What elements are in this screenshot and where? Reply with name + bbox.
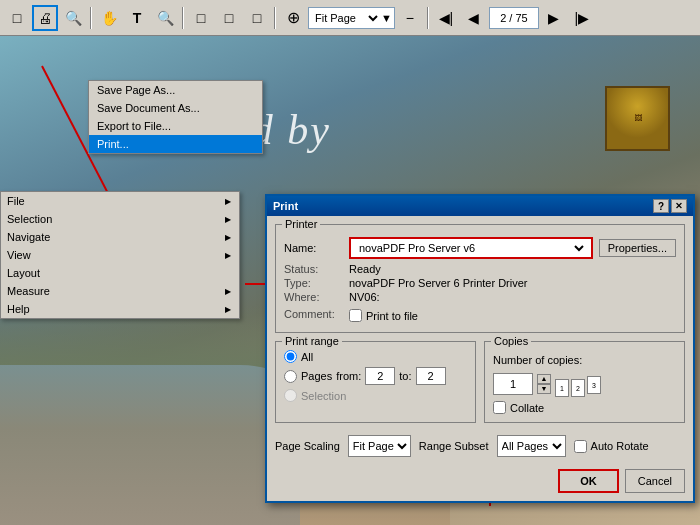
- cancel-button[interactable]: Cancel: [625, 469, 685, 493]
- from-label: from:: [336, 370, 361, 382]
- arrow-icon: ▶: [225, 233, 231, 242]
- arrow-icon: ▶: [225, 251, 231, 260]
- type-row: Type: novaPDF Pro Server 6 Printer Drive…: [284, 277, 676, 289]
- menu-item-navigate[interactable]: Navigate ▶: [1, 228, 239, 246]
- where-value: NV06:: [349, 291, 380, 303]
- status-row: Status: Ready: [284, 263, 676, 275]
- page-icon-2: 2: [571, 379, 585, 397]
- thumbnail-content: 🖼: [607, 88, 668, 149]
- printer-select[interactable]: novaPDF Pro Server v6: [355, 241, 587, 255]
- submenu-save-doc[interactable]: Save Document As...: [89, 99, 262, 117]
- to-input[interactable]: [416, 367, 446, 385]
- copies-group: Copies Number of copies: ▲ ▼ 1 2 3: [484, 341, 685, 423]
- printer-name-row: Name: novaPDF Pro Server v6 Properties..…: [284, 237, 676, 259]
- menu-item-file[interactable]: File ▶: [1, 192, 239, 210]
- dialog-titlebar: Print ? ✕: [267, 196, 693, 216]
- print-to-file-label: Print to file: [366, 310, 418, 322]
- selection-radio-row: Selection: [284, 389, 467, 402]
- all-label: All: [301, 351, 313, 363]
- next-page-btn[interactable]: □: [216, 5, 242, 31]
- dialog-close-button[interactable]: ✕: [671, 199, 687, 213]
- submenu-print[interactable]: Print...: [89, 135, 262, 153]
- separator-3: [274, 7, 276, 29]
- hand-tool-button[interactable]: ✋: [96, 5, 122, 31]
- submenu-save-page[interactable]: Save Page As...: [89, 81, 262, 99]
- arrow-icon: ▶: [225, 287, 231, 296]
- where-label: Where:: [284, 291, 349, 303]
- page-input[interactable]: [489, 7, 539, 29]
- dialog-footer: OK Cancel: [267, 465, 693, 501]
- prev-page-btn[interactable]: □: [188, 5, 214, 31]
- collate-row: Collate: [493, 401, 676, 414]
- print-dialog: Print ? ✕ Printer Name: novaPDF Pro Serv…: [265, 194, 695, 503]
- printer-group-label: Printer: [282, 218, 320, 230]
- properties-button[interactable]: Properties...: [599, 239, 676, 257]
- add-btn[interactable]: ⊕: [280, 5, 306, 31]
- range-subset-select[interactable]: All Pages: [497, 435, 566, 457]
- printer-name-dropdown[interactable]: novaPDF Pro Server v6: [349, 237, 593, 259]
- status-label: Status:: [284, 263, 349, 275]
- copies-input-row: ▲ ▼ 1 2 3: [493, 370, 676, 397]
- bottom-row: Page Scaling Fit Page Range Subset All P…: [275, 435, 685, 457]
- text-tool-button[interactable]: T: [124, 5, 150, 31]
- type-value: novaPDF Pro Server 6 Printer Driver: [349, 277, 528, 289]
- number-of-copies-label: Number of copies:: [493, 354, 676, 366]
- auto-rotate-row: Auto Rotate: [574, 440, 649, 453]
- binoculars-button[interactable]: 🔍: [60, 5, 86, 31]
- full-page-btn[interactable]: □: [244, 5, 270, 31]
- spin-down[interactable]: ▼: [537, 384, 551, 394]
- all-radio[interactable]: [284, 350, 297, 363]
- dialog-body: Printer Name: novaPDF Pro Server v6 Prop…: [267, 216, 693, 465]
- auto-rotate-checkbox[interactable]: [574, 440, 587, 453]
- print-toolbar-button[interactable]: 🖨: [32, 5, 58, 31]
- new-button[interactable]: □: [4, 5, 30, 31]
- page-scaling-select[interactable]: Fit Page: [348, 435, 411, 457]
- copies-pages-icon: 1 2 3: [555, 376, 601, 397]
- spin-up[interactable]: ▲: [537, 374, 551, 384]
- last-page-btn[interactable]: |▶: [569, 5, 595, 31]
- print-range-label: Print range: [282, 335, 342, 347]
- dialog-title-left: Print: [273, 200, 298, 212]
- submenu-export[interactable]: Export to File...: [89, 117, 262, 135]
- two-col-section: Print range All Pages from: to:: [275, 341, 685, 431]
- zoom-out-btn[interactable]: −: [397, 5, 423, 31]
- prev-nav-btn[interactable]: ◀: [461, 5, 487, 31]
- next-nav-btn[interactable]: ▶: [541, 5, 567, 31]
- dialog-help-button[interactable]: ?: [653, 199, 669, 213]
- zoom-button[interactable]: 🔍: [152, 5, 178, 31]
- separator-2: [182, 7, 184, 29]
- fit-page-dropdown[interactable]: Fit Page ▼: [308, 7, 395, 29]
- collate-label: Collate: [510, 402, 544, 414]
- copies-spinner: ▲ ▼: [537, 374, 551, 394]
- range-subset-label: Range Subset: [419, 440, 489, 452]
- printer-group: Printer Name: novaPDF Pro Server v6 Prop…: [275, 224, 685, 333]
- auto-rotate-label: Auto Rotate: [591, 440, 649, 452]
- pages-radio[interactable]: [284, 370, 297, 383]
- menu-item-help[interactable]: Help ▶: [1, 300, 239, 318]
- menu-items-list: File ▶ Selection ▶ Navigate ▶ View ▶ Lay…: [1, 192, 239, 318]
- print-to-file-checkbox[interactable]: [349, 309, 362, 322]
- page-icon-1: 1: [555, 379, 569, 397]
- main-area: Designed by 🖼 File ▶ Selection: [0, 36, 700, 525]
- ok-button[interactable]: OK: [558, 469, 619, 493]
- dialog-title-text: Print: [273, 200, 298, 212]
- arrow-icon: ▶: [225, 305, 231, 314]
- page-icon-3: 3: [587, 376, 601, 394]
- arrow-icon: ▶: [225, 197, 231, 206]
- first-page-btn[interactable]: ◀|: [433, 5, 459, 31]
- copies-input-field[interactable]: [493, 373, 533, 395]
- collate-checkbox[interactable]: [493, 401, 506, 414]
- menu-item-selection[interactable]: Selection ▶: [1, 210, 239, 228]
- menu-bar: File ▶ Selection ▶ Navigate ▶ View ▶ Lay…: [0, 191, 240, 319]
- menu-item-layout[interactable]: Layout: [1, 264, 239, 282]
- fit-select[interactable]: Fit Page: [311, 11, 381, 25]
- selection-radio[interactable]: [284, 389, 297, 402]
- separator-4: [427, 7, 429, 29]
- print-range-group: Print range All Pages from: to:: [275, 341, 476, 423]
- comment-row: Comment: Print to file: [284, 305, 676, 322]
- menu-item-view[interactable]: View ▶: [1, 246, 239, 264]
- print-to-file-row: Print to file: [349, 309, 418, 322]
- pages-label: Pages: [301, 370, 332, 382]
- menu-item-measure[interactable]: Measure ▶: [1, 282, 239, 300]
- from-input[interactable]: [365, 367, 395, 385]
